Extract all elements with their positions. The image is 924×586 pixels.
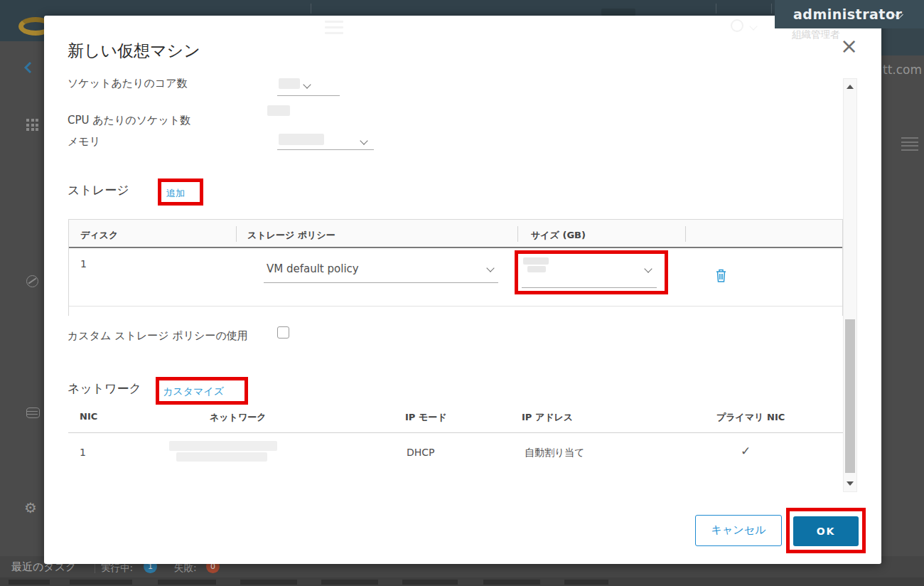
storage-table-footer: [69, 306, 842, 316]
ghost-chevron-icon: [749, 22, 757, 30]
storage-nav-icon[interactable]: [26, 407, 40, 418]
disk-number-cell: 1: [80, 258, 87, 270]
scroll-down-icon[interactable]: [847, 481, 854, 486]
header-search-fragment: [601, 9, 635, 16]
blurred-column: [240, 580, 297, 585]
cores-value-blurred: [279, 78, 300, 89]
screen: administrator tt.com ⚙ 最近のタスク 実行中: 1 失敗:…: [0, 0, 924, 586]
blurred-column: [158, 580, 216, 585]
user-name-label: administrator: [793, 6, 902, 22]
user-role-label: 組織管理者: [792, 28, 840, 41]
memory-label: メモリ: [68, 135, 100, 149]
primary-nic-checkmark: ✓: [741, 444, 751, 458]
ghost-help-icon: [731, 19, 743, 32]
blurred-column: [483, 580, 540, 585]
network-heading: ネットワーク: [68, 380, 141, 397]
new-vm-dialog: 組織管理者 新しい仮想マシン × ソケットあたりのコア数 CPU あたりのソケッ…: [44, 16, 881, 564]
dialog-title: 新しい仮想マシン: [68, 40, 200, 62]
cores-per-socket-label: ソケットあたりのコア数: [68, 77, 188, 90]
annotation-box-size: [515, 250, 668, 294]
ip-address-cell: 自動割り当て: [525, 447, 585, 459]
sockets-per-cpu-label: CPU あたりのソケット数: [68, 114, 190, 127]
cancel-button[interactable]: キャンセル: [695, 515, 782, 546]
header-divider: [771, 4, 772, 14]
cores-select-chevron-icon: [303, 80, 311, 88]
col-nic: NIC: [80, 411, 97, 422]
datacenters-grid-icon[interactable]: [26, 119, 41, 133]
hostname-fragment: tt.com: [883, 63, 922, 77]
scrollbar-thumb[interactable]: [845, 319, 855, 473]
blurred-column: [564, 580, 608, 585]
policy-select-underline: [264, 282, 498, 283]
scroll-up-icon[interactable]: [847, 85, 854, 89]
annotation-box-add: [158, 179, 203, 206]
network-header-divider: [68, 432, 843, 433]
col-ip-mode: IP モード: [405, 411, 447, 424]
sockets-value-blurred: [267, 105, 290, 116]
policy-chevron-icon: [486, 264, 494, 272]
header-divider: [311, 4, 311, 14]
delete-disk-trash-icon[interactable]: [715, 268, 727, 283]
memory-select[interactable]: [277, 149, 374, 150]
storage-policy-select[interactable]: VM default policy: [267, 262, 359, 275]
vm-compute-icon[interactable]: [26, 275, 38, 287]
cores-select[interactable]: [277, 95, 340, 96]
network-name-blurred: [176, 452, 267, 462]
back-chevron-icon[interactable]: [23, 61, 33, 74]
list-view-icon[interactable]: [901, 137, 918, 153]
storage-table: ディスク ストレージ ポリシー サイズ (GB) 1 VM default po…: [68, 219, 843, 316]
dialog-scrollbar[interactable]: [843, 78, 857, 492]
storage-table-header: ディスク ストレージ ポリシー サイズ (GB): [69, 220, 842, 248]
close-icon[interactable]: ×: [840, 36, 858, 57]
user-menu[interactable]: administrator: [775, 0, 924, 28]
blurred-column: [9, 580, 50, 585]
header-divider: [716, 4, 716, 14]
network-name-blurred: [169, 441, 277, 451]
col-disk: ディスク: [80, 229, 118, 242]
ip-mode-cell: DHCP: [407, 447, 435, 458]
col-policy: ストレージ ポリシー: [247, 229, 335, 242]
tasks-table-header-strip: [0, 577, 924, 586]
memory-value-blurred: [279, 134, 324, 145]
memory-select-chevron-icon: [360, 137, 367, 144]
col-network: ネットワーク: [210, 411, 267, 424]
col-primary-nic: プライマリ NIC: [716, 411, 785, 424]
annotation-box-ok: [786, 508, 866, 553]
blurred-column: [70, 580, 132, 585]
ghost-hamburger-icon: [325, 21, 343, 34]
nic-number-cell: 1: [80, 447, 86, 458]
blurred-column: [402, 580, 458, 585]
col-ip-address: IP アドレス: [522, 411, 573, 424]
settings-gear-icon[interactable]: ⚙: [24, 499, 37, 516]
custom-policy-checkbox[interactable]: [277, 326, 289, 339]
annotation-box-customize: [156, 377, 248, 405]
storage-heading: ストレージ: [68, 182, 129, 198]
custom-policy-label: カスタム ストレージ ポリシーの使用: [68, 326, 251, 346]
blurred-column: [321, 580, 378, 585]
col-size: サイズ (GB): [531, 229, 586, 242]
